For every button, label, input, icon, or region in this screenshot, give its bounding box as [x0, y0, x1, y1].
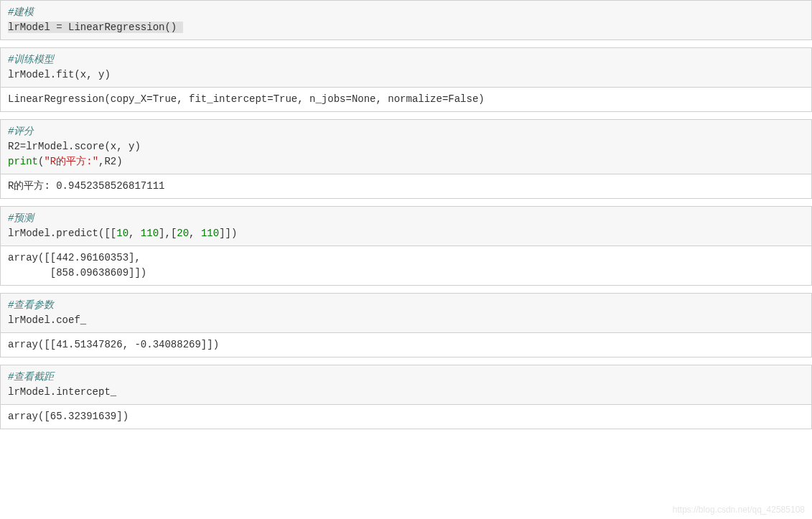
code-token: 10 — [116, 228, 129, 239]
code-token: print — [8, 156, 38, 167]
code-token: #查看参数 — [8, 299, 54, 311]
code-token: , — [189, 228, 201, 239]
cell-output: array([[442.96160353], [858.09638609]]) — [1, 246, 811, 285]
notebook-cells: #建模 lrModel = LinearRegression() #训练模型 l… — [0, 0, 812, 429]
code-token: "R的平方:" — [44, 156, 98, 167]
code-token: lrModel.score(x, y) — [26, 141, 141, 152]
code-token: ]]) — [219, 228, 237, 239]
cell-output: LinearRegression(copy_X=True, fit_interc… — [1, 88, 811, 111]
cell-input[interactable]: #训练模型 lrModel.fit(x, y) — [1, 48, 811, 88]
cell-input[interactable]: #建模 lrModel = LinearRegression() — [1, 1, 811, 39]
code-token: 20 — [177, 228, 189, 239]
code-cell: #评分 R2=lrModel.score(x, y) print("R的平方:"… — [0, 119, 812, 199]
code-cell: #查看参数 lrModel.coef_array([[41.51347826, … — [0, 293, 812, 357]
code-token: 110 — [201, 228, 219, 239]
code-token: R2 — [8, 141, 20, 152]
code-token: 110 — [141, 228, 159, 239]
code-token: #评分 — [8, 126, 34, 137]
code-cell: #建模 lrModel = LinearRegression() — [0, 0, 812, 40]
code-token: #预测 — [8, 212, 34, 224]
cell-output: R的平方: 0.9452358526817111 — [1, 174, 811, 198]
cell-output: array([65.32391639]) — [1, 405, 811, 429]
cell-output: array([[41.51347826, -0.34088269]]) — [1, 333, 811, 357]
code-token: = — [56, 22, 62, 33]
code-token: , — [129, 228, 141, 239]
code-token: LinearRegression() — [62, 22, 183, 33]
code-token: #建模 — [8, 6, 34, 18]
cell-input[interactable]: #查看截距 lrModel.intercept_ — [1, 365, 811, 405]
code-token: = — [20, 141, 26, 152]
code-token: lrModel — [8, 22, 56, 33]
code-token: lrModel.intercept_ — [8, 386, 116, 398]
code-token: lrModel.predict([[ — [8, 228, 116, 239]
cell-input[interactable]: #查看参数 lrModel.coef_ — [1, 294, 811, 333]
code-cell: #预测 lrModel.predict([[10, 110],[20, 110]… — [0, 206, 812, 286]
code-token: #查看截距 — [8, 371, 54, 383]
code-token: ],[ — [159, 228, 177, 239]
code-token: lrModel.coef_ — [8, 314, 86, 326]
code-token: lrModel.fit(x, y) — [8, 69, 111, 80]
code-token: ,R2) — [98, 156, 123, 167]
cell-input[interactable]: #预测 lrModel.predict([[10, 110],[20, 110]… — [1, 207, 811, 246]
code-cell: #查看截距 lrModel.intercept_array([65.323916… — [0, 365, 812, 429]
code-cell: #训练模型 lrModel.fit(x, y)LinearRegression(… — [0, 47, 812, 112]
cell-input[interactable]: #评分 R2=lrModel.score(x, y) print("R的平方:"… — [1, 120, 811, 174]
code-token: #训练模型 — [8, 54, 54, 65]
